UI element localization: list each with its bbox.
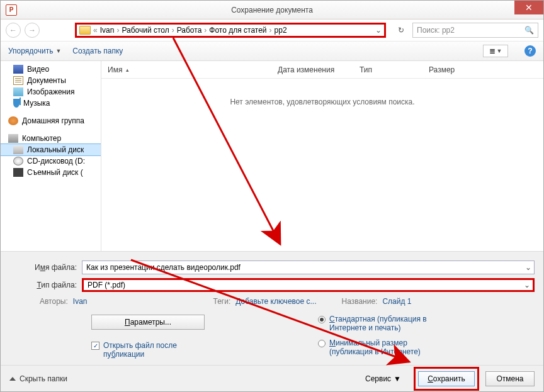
sidebar-item-local-disk[interactable]: Локальный диск — [1, 144, 101, 155]
search-placeholder: Поиск: pp2 — [417, 26, 455, 35]
chevron-right-icon: › — [116, 26, 119, 35]
bottom-panel: Имя файла: Как из презентации сделать ви… — [1, 251, 543, 365]
authors-value[interactable]: Ivan — [73, 297, 88, 306]
options-row: Параметры... ✓ Открыть файл после публик… — [9, 315, 535, 359]
hide-folders-button[interactable]: Скрыть папки — [9, 374, 67, 383]
sidebar-item-documents[interactable]: Документы — [1, 75, 101, 86]
chevron-down-icon[interactable]: ⌄ — [375, 26, 382, 35]
filename-label: Имя файла: — [9, 263, 82, 272]
help-button[interactable]: ? — [524, 45, 536, 57]
empty-message: Нет элементов, удовлетворяющих условиям … — [230, 98, 414, 106]
cancel-button[interactable]: Отмена — [485, 371, 535, 386]
column-label: Дата изменения — [278, 65, 334, 74]
save-highlight: Сохранить — [414, 367, 479, 391]
newfolder-label: Создать папку — [72, 47, 123, 55]
refresh-button[interactable]: ↻ — [394, 23, 409, 38]
usb-icon — [13, 168, 23, 177]
breadcrumb-item[interactable]: Ivan — [100, 26, 115, 35]
close-button[interactable]: ✕ — [514, 1, 543, 14]
view-mode-button[interactable]: ≣ ▼ — [483, 45, 508, 57]
chevron-right-icon: › — [269, 26, 272, 35]
sidebar-label: Музыка — [23, 99, 50, 108]
hide-folders-label: Скрыть папки — [20, 374, 67, 383]
cd-icon — [13, 157, 23, 165]
breadcrumb-item[interactable]: pp2 — [275, 26, 287, 35]
chevron-down-icon[interactable]: ⌄ — [524, 281, 530, 289]
folder-icon — [79, 26, 91, 35]
radio-minimal[interactable]: Минимальный размер (публикация в Интерне… — [318, 339, 431, 356]
chevron-right-icon: › — [172, 26, 174, 35]
filetype-label: Тип файла: — [9, 281, 82, 289]
sidebar-label: Изображения — [27, 87, 74, 96]
save-dialog: P Сохранение документа ✕ ← → « Ivan › Ра… — [0, 0, 544, 392]
radio-standard-label: Стандартная (публикация в Интернете и пе… — [329, 315, 431, 332]
parameters-button[interactable]: Параметры... — [91, 315, 205, 330]
sidebar-item-video[interactable]: Видео — [1, 64, 101, 75]
titlebar: P Сохранение документа ✕ — [1, 1, 543, 20]
column-type[interactable]: Тип — [353, 65, 422, 74]
chevron-down-icon[interactable]: ⌄ — [525, 263, 531, 272]
column-size[interactable]: Размер — [422, 65, 461, 74]
chevron-down-icon: ▼ — [55, 48, 61, 54]
music-icon — [13, 99, 20, 108]
sidebar-label: Съемный диск ( — [27, 168, 83, 177]
sort-asc-icon: ▴ — [126, 67, 129, 73]
organize-label: Упорядочить — [8, 47, 53, 55]
nav-row: ← → « Ivan › Рабочий стол › Работа › Фот… — [1, 20, 543, 41]
search-input[interactable]: Поиск: pp2 🔍 — [412, 23, 538, 38]
forward-button[interactable]: → — [25, 23, 40, 38]
sidebar-item-cd[interactable]: CD-дисковод (D: — [1, 155, 101, 167]
save-button[interactable]: Сохранить — [418, 371, 475, 386]
column-headers: Имя ▴ Дата изменения Тип Размер — [101, 61, 543, 79]
radio-icon — [318, 316, 326, 323]
new-folder-button[interactable]: Создать папку — [72, 47, 123, 55]
sidebar-item-music[interactable]: Музыка — [1, 98, 101, 109]
computer-icon — [8, 134, 18, 143]
chevron-down-icon: ▼ — [497, 48, 502, 54]
window-title: Сохранение документа — [1, 6, 543, 14]
sidebar-item-images[interactable]: Изображения — [1, 86, 101, 98]
authors-label: Авторы: — [40, 297, 68, 306]
breadcrumb-item[interactable]: Рабочий стол — [122, 26, 169, 35]
breadcrumb-item[interactable]: Фото для статей — [209, 26, 266, 35]
column-name[interactable]: Имя ▴ — [101, 65, 271, 74]
sidebar: Видео Документы Изображения Музыка Домаш… — [1, 61, 101, 251]
sidebar-label: Видео — [27, 65, 49, 74]
body: Видео Документы Изображения Музыка Домаш… — [1, 61, 543, 251]
sidebar-label: Локальный диск — [27, 145, 84, 154]
video-icon — [13, 65, 23, 74]
content: Имя ▴ Дата изменения Тип Размер Нет элем… — [101, 61, 543, 251]
sidebar-item-computer[interactable]: Компьютер — [1, 133, 101, 144]
tags-value[interactable]: Добавьте ключевое с... — [235, 297, 316, 306]
back-button[interactable]: ← — [6, 23, 21, 38]
images-icon — [13, 87, 23, 96]
chevron-down-icon: ▼ — [394, 374, 401, 383]
column-label: Тип — [360, 65, 372, 74]
open-after-checkbox[interactable]: ✓ Открыть файл после публикации — [91, 341, 205, 359]
chevron-right-icon: › — [204, 26, 207, 35]
sidebar-label: Документы — [27, 76, 66, 85]
sidebar-item-usb[interactable]: Съемный диск ( — [1, 167, 101, 178]
filetype-select[interactable]: PDF (*.pdf) ⌄ — [82, 278, 535, 292]
service-label: Сервис — [365, 374, 391, 383]
metadata-row: Авторы:Ivan Теги:Добавьте ключевое с... … — [9, 297, 535, 306]
title-value[interactable]: Слайд 1 — [382, 297, 411, 306]
breadcrumb-item[interactable]: Работа — [177, 26, 202, 35]
organize-menu[interactable]: Упорядочить ▼ — [8, 47, 61, 55]
breadcrumb-prefix: « — [93, 26, 98, 35]
file-list-empty: Нет элементов, удовлетворяющих условиям … — [101, 79, 543, 251]
footer: Скрыть папки Сервис ▼ Сохранить Отмена — [1, 365, 543, 391]
service-menu[interactable]: Сервис ▼ — [365, 374, 401, 383]
title-label: Название: — [341, 297, 377, 306]
radio-standard[interactable]: Стандартная (публикация в Интернете и пе… — [318, 315, 431, 332]
column-date[interactable]: Дата изменения — [271, 65, 353, 74]
breadcrumb[interactable]: « Ivan › Рабочий стол › Работа › Фото дл… — [75, 23, 386, 38]
sidebar-label: CD-дисковод (D: — [27, 157, 85, 165]
tags-label: Теги: — [213, 297, 230, 306]
filename-input[interactable]: Как из презентации сделать видеоролик.pd… — [82, 260, 535, 274]
toolbar: Упорядочить ▼ Создать папку ≣ ▼ ? — [1, 41, 543, 61]
column-label: Имя — [108, 65, 122, 74]
documents-icon — [13, 76, 23, 85]
sidebar-item-homegroup[interactable]: Домашняя группа — [1, 115, 101, 126]
search-icon[interactable]: 🔍 — [524, 26, 534, 35]
